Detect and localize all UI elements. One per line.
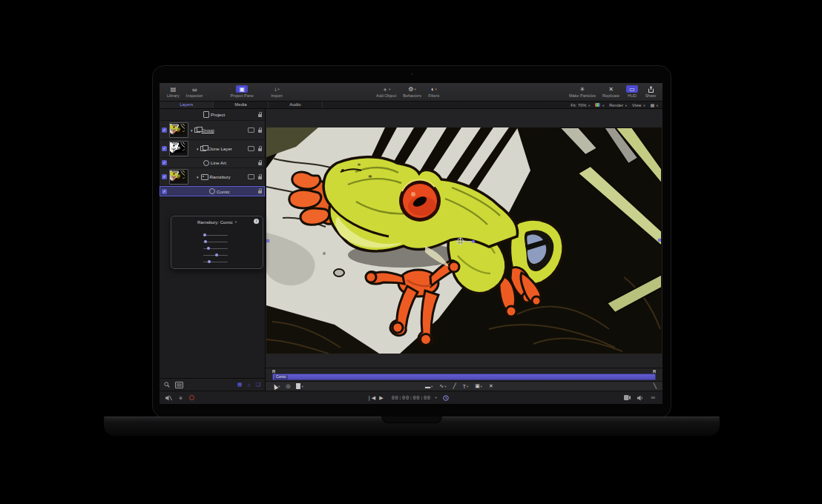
hud-panel[interactable]: Ramsbury: Comic ▾ i xyxy=(171,216,263,269)
add-object-button[interactable]: ＋▾ Add Object xyxy=(376,83,396,98)
disclosure-triangle[interactable]: ▾ xyxy=(197,175,199,179)
media-badge-icon xyxy=(248,174,254,179)
import-icon: ↓▾ xyxy=(271,85,283,93)
lock-icon[interactable] xyxy=(258,130,262,133)
main-toolbar: ▤ Library ⚍ Inspector ▣ Project Pane ↓▾ … xyxy=(160,83,662,102)
previous-frame-button[interactable]: ❘◀ xyxy=(367,395,375,401)
show-layers-icon[interactable]: ▦ xyxy=(237,382,243,388)
lock-icon[interactable] xyxy=(258,162,262,165)
layout-menu[interactable]: ▦ ▾ xyxy=(650,102,658,107)
share-icon xyxy=(645,85,657,93)
show-circle-icon[interactable]: ○ xyxy=(247,382,250,388)
project-type-icon xyxy=(203,111,209,118)
tab-audio[interactable]: Audio xyxy=(269,102,323,108)
loop-playback-icon[interactable]: ∞ xyxy=(651,394,655,401)
fit-zoom-menu[interactable]: Fit: 70% ▾ xyxy=(571,103,590,107)
hud-slider-track[interactable] xyxy=(203,235,228,236)
hud-info-icon[interactable]: i xyxy=(254,219,259,224)
layer-checkbox[interactable]: ✓ xyxy=(162,160,167,165)
timeline-clip-comic[interactable]: Comic xyxy=(272,374,656,380)
inspector-button[interactable]: ⚍ Inspector xyxy=(186,83,203,98)
timecode-display[interactable]: 00:00:00:00 xyxy=(392,395,431,401)
hud-param-smoothness xyxy=(175,232,259,239)
image-mask-tool[interactable]: ▣▾ xyxy=(475,383,482,389)
hud-slider-thumb[interactable] xyxy=(207,247,210,250)
lock-icon[interactable] xyxy=(258,148,262,151)
hud-slider-thumb[interactable] xyxy=(203,233,206,236)
layer-row-group[interactable]: ✓▾Group xyxy=(160,121,265,140)
cut-tool[interactable]: ✕ xyxy=(489,383,493,389)
tab-layers[interactable]: Layers xyxy=(160,102,214,108)
clock-icon[interactable] xyxy=(443,395,449,401)
make-particles-button[interactable]: ✳ Make Particles xyxy=(569,83,596,98)
adjust-item-tool[interactable]: ◎ xyxy=(286,383,290,389)
hud-slider-track[interactable] xyxy=(203,242,228,243)
hud-button[interactable]: ▭ HUD xyxy=(626,83,638,98)
anchor-crosshair-icon xyxy=(457,238,464,245)
bezier-tool[interactable]: ∿▾ xyxy=(439,383,446,389)
project-pane-button[interactable]: ▣ Project Pane xyxy=(230,83,254,98)
hud-slider-track[interactable] xyxy=(203,262,228,263)
share-button[interactable]: Share xyxy=(645,83,657,98)
import-button[interactable]: ↓▾ Import xyxy=(271,83,283,98)
layout-grid-icon: ▦ xyxy=(650,103,654,107)
hud-title-caret[interactable]: ▾ xyxy=(235,220,237,224)
hud-slider-track[interactable] xyxy=(203,248,228,250)
layer-checkbox[interactable]: ✓ xyxy=(162,146,167,151)
hud-param-ink-edges xyxy=(175,239,259,245)
hud-slider-thumb[interactable] xyxy=(215,253,218,256)
audio-icon[interactable] xyxy=(637,395,644,401)
mini-timeline[interactable]: Comic xyxy=(266,374,662,381)
selection-handle-left[interactable] xyxy=(266,239,269,242)
view-menu[interactable]: View ▾ xyxy=(632,103,645,107)
selection-handle-right[interactable] xyxy=(658,239,661,242)
canvas[interactable] xyxy=(266,109,662,368)
hud-slider-track[interactable] xyxy=(203,255,228,256)
disclosure-triangle[interactable]: ▾ xyxy=(197,147,199,151)
render-menu[interactable]: Render ▾ xyxy=(609,103,627,107)
pan-tool[interactable]: ▾ xyxy=(296,383,303,389)
layer-checkbox[interactable]: ✓ xyxy=(162,189,167,194)
hud-param-ink-fill xyxy=(175,252,259,259)
behaviors-button[interactable]: ⚙▾ Behaviors xyxy=(403,83,421,98)
anchor-handle-dot[interactable] xyxy=(472,240,475,243)
filmstrip-icon[interactable] xyxy=(175,382,183,388)
motion-tracker-icon[interactable]: ⊕ xyxy=(179,395,183,400)
layer-row-clone-layer[interactable]: ✓▾Clone Layer xyxy=(160,140,265,158)
search-icon[interactable] xyxy=(164,382,170,388)
record-button[interactable] xyxy=(189,395,194,400)
layer-checkbox[interactable]: ✓ xyxy=(162,174,167,179)
timeline-ruler[interactable] xyxy=(266,368,662,374)
layer-row-line-art[interactable]: ✓Line Art xyxy=(160,158,265,168)
anchor-point-control[interactable] xyxy=(457,238,475,245)
lock-icon[interactable] xyxy=(258,114,262,117)
lock-icon[interactable] xyxy=(258,176,262,179)
timecode-menu-caret[interactable]: ▾ xyxy=(435,396,437,399)
mute-audio-icon[interactable] xyxy=(165,395,172,401)
replicate-button[interactable]: ✕ Replicate xyxy=(602,83,619,98)
hud-slider-thumb[interactable] xyxy=(204,240,207,243)
channels-icon xyxy=(595,103,600,107)
channels-menu[interactable]: ▾ xyxy=(595,103,604,107)
library-button[interactable]: ▤ Library xyxy=(167,83,180,98)
hud-slider-thumb[interactable] xyxy=(208,260,211,263)
layer-row-project[interactable]: Project xyxy=(160,109,265,121)
tab-media[interactable]: Media xyxy=(214,102,268,108)
text-tool[interactable]: T▾ xyxy=(463,384,469,389)
layer-row-comic[interactable]: ✓Comic xyxy=(160,186,265,197)
disclosure-triangle[interactable]: ▾ xyxy=(191,128,193,133)
select-transform-tool[interactable]: ▾ xyxy=(273,384,280,389)
clip-label: Comic xyxy=(274,375,288,379)
filter-type-icon xyxy=(203,160,209,166)
rectangle-tool[interactable]: ▬▾ xyxy=(425,384,433,389)
camera-preview-icon[interactable] xyxy=(624,395,631,400)
layer-name: Comic xyxy=(217,189,230,194)
layer-row-ramsbury[interactable]: ✓▾Ramsbury xyxy=(160,168,265,186)
show-stack-icon[interactable]: ❏ xyxy=(256,382,260,388)
filters-button[interactable]: ◐▾ Filters xyxy=(428,83,440,98)
line-tool[interactable]: ╱ xyxy=(453,383,456,389)
keyframe-pen-icon[interactable]: ╲ xyxy=(654,383,657,389)
lock-icon[interactable] xyxy=(258,190,262,193)
layer-checkbox[interactable]: ✓ xyxy=(162,127,167,133)
play-button[interactable]: ▶ xyxy=(379,395,383,401)
